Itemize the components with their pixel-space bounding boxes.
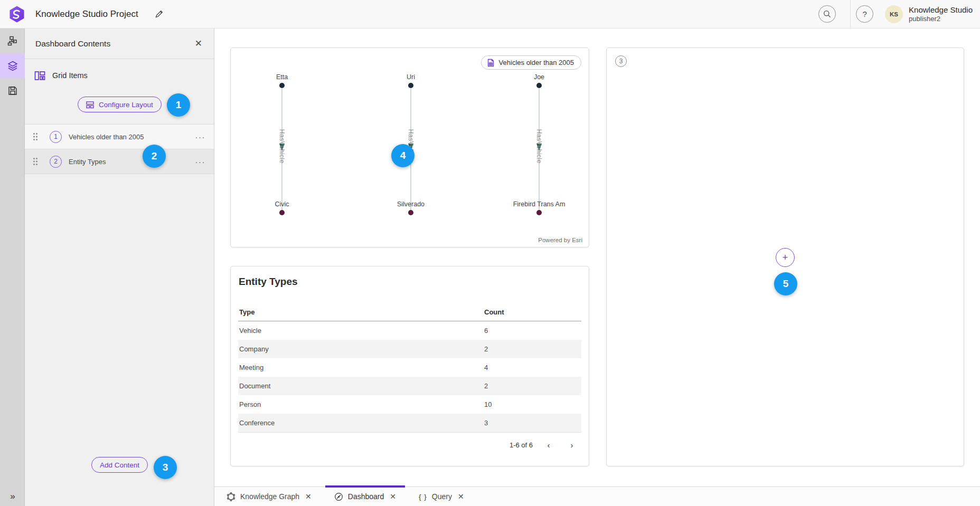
tutorial-callout-4: 4 xyxy=(391,144,414,167)
query-icon: { } xyxy=(419,493,427,501)
item-options-icon[interactable]: ··· xyxy=(194,155,207,168)
item-number-badge: 2 xyxy=(50,156,62,168)
entity-node[interactable] xyxy=(536,83,542,88)
save-icon xyxy=(8,86,17,96)
grid-items-list: 1 Vehicles older than 2005 ··· 2 Entity … xyxy=(25,124,214,174)
entity-label: Joe xyxy=(534,73,544,81)
project-title: Knowledge Studio Project xyxy=(35,9,138,20)
add-item-plus-icon[interactable]: + xyxy=(776,248,795,267)
cell-type: Document xyxy=(239,382,484,390)
close-tab-icon[interactable]: ✕ xyxy=(305,492,312,501)
section-label: Grid Items xyxy=(52,71,88,80)
cell-count: 10 xyxy=(484,400,580,408)
tab-label: Query xyxy=(432,492,452,501)
link-chart-file-icon xyxy=(487,59,495,67)
help-icon[interactable]: ? xyxy=(856,5,873,23)
tab-query[interactable]: { }Query ✕ xyxy=(412,487,471,506)
chevron-right-icon[interactable]: › xyxy=(564,437,579,452)
layers-icon xyxy=(7,61,18,71)
entity-node[interactable] xyxy=(408,210,413,215)
configure-layout-button[interactable]: Configure Layout xyxy=(78,97,162,112)
add-content-button[interactable]: Add Content xyxy=(91,457,148,473)
grid-layout-icon xyxy=(34,70,45,81)
rail-item-save[interactable] xyxy=(0,78,25,103)
edit-title-pencil-icon[interactable] xyxy=(151,6,167,22)
slot-number-badge: 3 xyxy=(615,55,627,67)
entity-types-card: Entity Types Type Count Vehicle 6Company… xyxy=(230,266,589,466)
cell-count: 2 xyxy=(484,345,580,353)
close-tab-icon[interactable]: ✕ xyxy=(458,492,464,501)
item-options-icon[interactable]: ··· xyxy=(194,130,207,144)
knowledge-studio-logo xyxy=(8,5,26,23)
app-header: Knowledge Studio Project ? KS Knowledge … xyxy=(0,0,980,28)
grid-item-row[interactable]: 1 Vehicles older than 2005 ··· xyxy=(25,125,214,149)
entity-node[interactable] xyxy=(279,210,285,215)
tutorial-callout-1: 1 xyxy=(167,93,190,117)
table-row: Meeting 4 xyxy=(238,358,581,377)
dashboard-icon xyxy=(334,492,343,501)
chevron-left-icon[interactable]: ‹ xyxy=(541,437,556,452)
page-range-label: 1-6 of 6 xyxy=(510,441,533,449)
close-icon[interactable]: ✕ xyxy=(192,36,205,51)
column-header-count: Count xyxy=(484,308,580,316)
grid-item-label: Entity Types xyxy=(69,158,194,166)
user-info[interactable]: Knowledge Studio publisher2 xyxy=(909,5,973,23)
app-window: Knowledge Studio Project ? KS Knowledge … xyxy=(0,0,980,506)
rail-item-layers[interactable] xyxy=(0,53,25,78)
graph-edge-column: Etta HasVehicle Civic xyxy=(245,48,319,247)
drag-handle-icon[interactable] xyxy=(33,132,38,141)
table-row: Person 10 xyxy=(238,395,581,414)
user-name: Knowledge Studio xyxy=(909,5,973,15)
search-icon[interactable] xyxy=(818,5,836,23)
left-rail: » xyxy=(0,28,25,506)
cell-type: Conference xyxy=(239,419,484,427)
cell-type: Company xyxy=(239,345,484,353)
esri-attribution: Powered by Esri xyxy=(538,237,582,243)
cell-type: Person xyxy=(239,400,484,408)
table-row: Conference 3 xyxy=(238,414,581,432)
tutorial-callout-5: 5 xyxy=(774,272,797,295)
tab-knowledge-graph[interactable]: Knowledge Graph ✕ xyxy=(220,487,318,506)
table-body: Vehicle 6Company 2Meeting 4Document 2Per… xyxy=(238,321,581,433)
grid-items-section: Grid Items xyxy=(25,64,214,87)
knowledge-graph-icon xyxy=(227,492,235,501)
entity-label: Civic xyxy=(275,201,289,208)
cell-count: 4 xyxy=(484,364,580,371)
avatar[interactable]: KS xyxy=(885,5,903,23)
panel-title: Dashboard Contents xyxy=(35,39,192,49)
table-row: Vehicle 6 xyxy=(238,321,581,340)
configure-layout-label: Configure Layout xyxy=(99,101,153,109)
entity-label: Firebird Trans Am xyxy=(513,201,566,208)
dashboard-canvas: Vehicles older than 2005 Etta HasVehicle… xyxy=(214,28,980,506)
cell-count: 2 xyxy=(484,382,580,390)
entity-node[interactable] xyxy=(536,210,542,215)
add-content-label: Add Content xyxy=(100,461,139,469)
view-tab-bar: Knowledge Graph ✕Dashboard ✕{ }Query ✕ xyxy=(214,486,980,506)
panel-header: Dashboard Contents ✕ xyxy=(25,28,214,59)
expand-rail-icon[interactable]: » xyxy=(0,491,24,502)
close-tab-icon[interactable]: ✕ xyxy=(390,492,396,501)
entity-label: Etta xyxy=(276,73,288,81)
entity-node[interactable] xyxy=(279,83,285,88)
entity-label: Silverado xyxy=(397,201,425,208)
configure-grid-icon xyxy=(86,101,94,109)
cell-type: Vehicle xyxy=(239,327,484,335)
cell-type: Meeting xyxy=(239,364,484,371)
hierarchy-icon xyxy=(7,36,17,46)
table-pagination: 1-6 of 6 ‹ › xyxy=(238,437,581,452)
tab-label: Dashboard xyxy=(348,492,384,501)
cell-count: 6 xyxy=(484,327,580,335)
drag-handle-icon[interactable] xyxy=(33,157,38,166)
cell-count: 3 xyxy=(484,419,580,427)
table-header: Type Count xyxy=(238,303,581,321)
table-row: Company 2 xyxy=(238,340,581,358)
edge-label: HasVehicle xyxy=(278,129,286,163)
tutorial-callout-2: 2 xyxy=(143,145,166,168)
tutorial-callout-3: 3 xyxy=(154,456,177,479)
rail-item-hierarchy[interactable] xyxy=(0,28,25,53)
grid-item-row[interactable]: 2 Entity Types ··· xyxy=(25,149,214,174)
tab-dashboard[interactable]: Dashboard ✕ xyxy=(327,487,403,506)
graph-edge-column: Joe HasVehicle Firebird Trans Am xyxy=(502,48,576,247)
edge-label: HasVehicle xyxy=(535,129,543,163)
entity-node[interactable] xyxy=(408,83,413,88)
